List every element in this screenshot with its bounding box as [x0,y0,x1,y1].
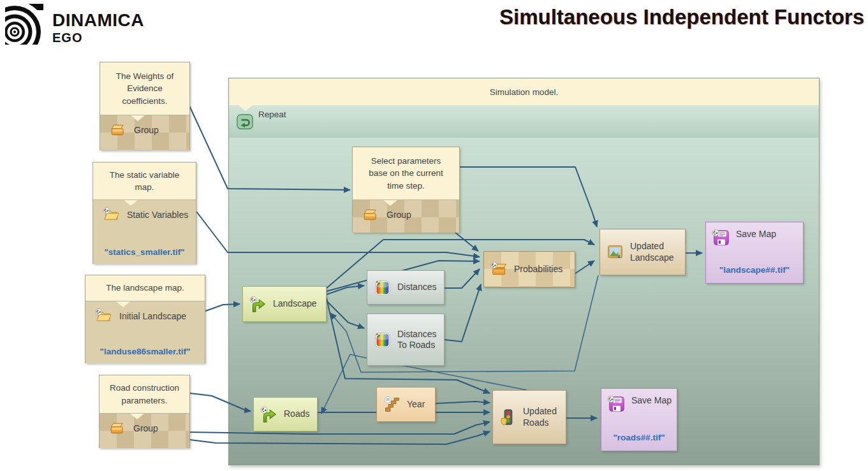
icon-group [108,419,128,437]
note-initial-landscape-comment: The landscape map. [85,275,205,301]
icon-floppy [607,395,626,412]
note-static-variables-label: Static Variables [127,210,188,220]
icon-group [362,206,381,223]
note-road-parameters-comment-text: Road construction parameters. [110,382,179,406]
collapse-notch[interactable] [116,301,130,307]
group-select-parameters-label: Group [386,210,411,220]
functor-probabilities[interactable]: Probabilities [483,251,575,287]
functor-roads-label: Roads [284,409,309,420]
icon-muxer [260,406,278,423]
note-weights-group-comment-text: The Weights of Evidence coefficients. [116,70,174,106]
icon-stairs [383,396,401,413]
note-road-parameters-comment: Road construction parameters. [99,375,189,414]
note-weights-group[interactable]: The Weights of Evidence coefficients.Gro… [99,62,190,150]
group-select-parameters-comment-text: Select parameters base on the current ti… [369,155,443,191]
collapse-notch[interactable] [130,414,144,419]
functor-landscape[interactable]: Landscape [242,286,327,322]
model-diagram-canvas: IR [0,0,868,471]
functor-distances-to-roads-label: Distances To Roads [397,329,436,351]
icon-floppy [712,229,730,246]
collapse-notch[interactable] [383,200,397,206]
note-static-variables-functor-area[interactable]: Static Variables"statics_smaller.tif" [93,200,196,264]
note-weights-group-comment: The Weights of Evidence coefficients. [100,62,189,115]
functor-save-map-roads-filename: "roads##.tif" [601,433,677,444]
functor-year-label: Year [407,399,425,410]
icon-rainbow [373,279,392,296]
icon-picture [606,243,624,261]
note-initial-landscape-comment-text: The landscape map. [106,282,184,294]
icon-chest [490,261,508,278]
functor-roads[interactable]: Roads [253,397,318,431]
note-static-variables-comment-text: The static variable map. [110,169,180,193]
note-road-parameters-functor-area[interactable]: Group [99,414,189,448]
functor-year[interactable]: Year [376,387,436,422]
group-select-parameters[interactable]: Select parameters base on the current ti… [352,147,460,233]
functor-landscape-label: Landscape [273,298,317,310]
group-select-parameters-functor-row: Group [362,206,411,223]
note-road-parameters-functor-row: Group [108,419,158,437]
note-static-variables-filename: "statics_smaller.tif" [93,247,196,257]
note-weights-group-label: Group [134,125,159,135]
collapse-notch[interactable] [124,200,138,206]
group-select-parameters-functor-area[interactable]: Group [353,200,459,233]
functor-save-map-landscape-filename: "landscape##.tif" [706,265,803,276]
note-weights-group-functor-row: Group [109,121,159,138]
icon-folder-map [102,206,121,223]
icon-traffic [499,409,517,426]
functor-updated-landscape[interactable]: Updated Landscape [600,229,686,275]
group-select-parameters-comment: Select parameters base on the current ti… [353,147,459,200]
note-static-variables-functor-row: Static Variables [102,206,188,223]
functor-updated-roads[interactable]: Updated Roads [492,390,566,444]
note-initial-landscape[interactable]: The landscape map.Initial Landscape"land… [85,275,205,363]
functor-save-map-landscape[interactable]: Save Map"landscape##.tif" [705,222,804,284]
icon-rainbow [373,331,392,349]
icon-folder-map [94,307,114,324]
note-initial-landscape-filename: "landuse86smaller.tif" [85,347,205,356]
collapse-notch[interactable] [131,115,145,121]
icon-group [109,121,128,138]
functor-save-map-landscape-label: Save Map [736,229,776,240]
functor-save-map-roads-label: Save Map [631,395,672,407]
functor-updated-landscape-label: Updated Landscape [630,241,674,263]
note-static-variables-comment: The static variable map. [93,163,196,200]
functor-distances-to-roads[interactable]: Distances To Roads [367,314,445,366]
functor-distances[interactable]: Distances [367,270,445,305]
note-initial-landscape-functor-row: Initial Landscape [94,307,186,324]
functor-probabilities-label: Probabilities [514,264,563,275]
functor-distances-label: Distances [397,282,436,293]
note-road-parameters[interactable]: Road construction parameters.Group [99,375,190,448]
note-initial-landscape-label: Initial Landscape [119,311,186,321]
note-initial-landscape-functor-area[interactable]: Initial Landscape"landuse86smaller.tif" [85,301,205,363]
note-weights-group-functor-area[interactable]: Group [100,115,189,150]
note-static-variables[interactable]: The static variable map.Static Variables… [92,162,196,264]
functor-updated-roads-label: Updated Roads [523,406,557,428]
note-road-parameters-label: Group [133,423,158,433]
icon-muxer [249,296,267,313]
functor-save-map-roads[interactable]: Save Map"roads##.tif" [601,388,677,451]
